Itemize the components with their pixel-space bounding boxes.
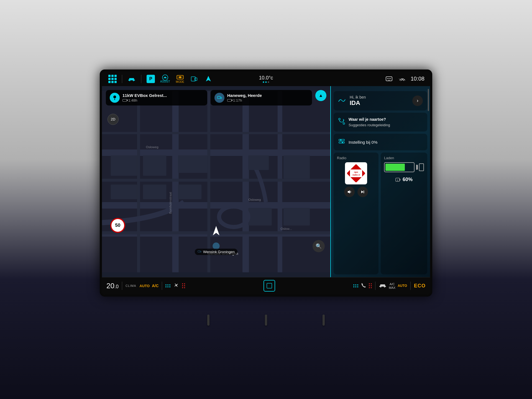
home-button[interactable] xyxy=(264,280,275,292)
assist-button[interactable]: ASSIST xyxy=(160,74,170,83)
battery-percent-text: 60% xyxy=(403,177,413,182)
ida-left: Hi, ik ben IDA xyxy=(338,95,366,107)
svg-point-1 xyxy=(133,80,134,81)
temp-value: 10.0 xyxy=(259,75,268,81)
car-surround: P ASSIST xyxy=(0,0,532,399)
location-text: Wensink Groningen xyxy=(203,250,235,254)
physical-button-3[interactable] xyxy=(323,315,325,326)
svg-rect-59 xyxy=(400,179,400,181)
top-bar: P ASSIST xyxy=(102,72,430,86)
map-2d-label: 2D xyxy=(111,117,116,121)
svg-rect-44 xyxy=(198,251,200,252)
svg-text:Osloweg: Osloweg xyxy=(146,145,158,148)
temp-unit: °c xyxy=(268,75,273,81)
radio-logo: npo radio 2 xyxy=(345,162,367,184)
message-button[interactable] xyxy=(384,74,394,84)
laden-panel[interactable]: Laden xyxy=(381,153,427,274)
svg-point-9 xyxy=(388,78,389,79)
menu-dots-left[interactable] xyxy=(165,284,170,287)
eco-label: ECO xyxy=(414,283,426,289)
svg-text:radio 2: radio 2 xyxy=(352,174,360,176)
nav-card-2-title: Haneweg, Heerde xyxy=(227,93,262,98)
seat-heat-button[interactable] xyxy=(182,283,185,288)
location-label: Wensink Groningen xyxy=(195,249,237,255)
radio-controls xyxy=(344,187,368,197)
settings-text: Instelling bij 0% xyxy=(349,140,377,145)
divider-2 xyxy=(141,75,141,83)
phone-mirror-button[interactable] xyxy=(189,74,199,84)
svg-rect-51 xyxy=(342,142,343,143)
home-area xyxy=(187,280,351,292)
nav-card-2[interactable]: Haneweg, Heerde 1:17h xyxy=(211,90,312,105)
nav-cards: 11kW EVBox Gelrest... 1:48h xyxy=(106,90,326,105)
map-2d-button[interactable]: 2D xyxy=(108,114,119,125)
ac-max-label: A/C xyxy=(390,282,395,286)
svg-point-63 xyxy=(384,286,385,287)
top-bar-left: P ASSIST xyxy=(108,74,213,84)
volume-button[interactable] xyxy=(344,187,355,197)
car-status-right-button[interactable] xyxy=(379,283,387,289)
svg-rect-23 xyxy=(102,132,330,134)
radio-title: Radio xyxy=(337,156,346,160)
car-status-button[interactable] xyxy=(127,74,137,84)
battery-body xyxy=(384,162,415,172)
route-icon xyxy=(338,118,345,127)
svg-rect-28 xyxy=(143,184,167,199)
nav-next-button[interactable]: ▲ xyxy=(315,90,326,101)
svg-rect-25 xyxy=(143,155,167,176)
svg-rect-30 xyxy=(248,155,269,170)
svg-point-62 xyxy=(380,286,382,287)
nav-card-1[interactable]: 11kW EVBox Gelrest... 1:48h xyxy=(106,90,207,105)
seat-heat-right-button[interactable] xyxy=(369,283,372,288)
battery-icon-2 xyxy=(227,99,232,102)
parking-button[interactable]: P xyxy=(146,74,156,84)
screen: P ASSIST xyxy=(102,72,430,294)
settings-card[interactable]: Instelling bij 0% xyxy=(334,134,427,150)
battery-percent-display: 60% xyxy=(395,177,413,182)
temperature-display: 10.0°c xyxy=(259,75,273,83)
top-bar-right: 10:08 xyxy=(384,74,424,84)
battery-fill xyxy=(385,164,405,171)
ac-button[interactable]: A/C xyxy=(152,284,158,288)
svg-point-3 xyxy=(164,77,166,78)
physical-buttons xyxy=(141,313,391,327)
main-content: Osloweg Osloweg Oslow... Bornholmstraat … xyxy=(102,86,430,277)
divider-1 xyxy=(122,75,122,83)
temp-big: 20.0 xyxy=(106,282,119,290)
settings-icon xyxy=(338,138,345,146)
navigation-button[interactable] xyxy=(203,74,213,84)
battery-segment xyxy=(419,163,424,171)
svg-rect-49 xyxy=(340,139,341,141)
map-area[interactable]: Osloweg Osloweg Oslow... Bornholmstraat … xyxy=(102,86,330,277)
connectivity-button[interactable] xyxy=(397,74,407,84)
ida-arrow-button[interactable]: › xyxy=(412,96,423,106)
ida-card[interactable]: Hi, ik ben IDA › xyxy=(334,91,427,110)
svg-rect-42 xyxy=(218,96,220,99)
physical-button-2[interactable] xyxy=(265,315,267,326)
svg-rect-29 xyxy=(178,184,202,199)
physical-button-1[interactable] xyxy=(207,315,209,326)
assist-label: ASSIST xyxy=(160,80,170,83)
menu-dots-right[interactable] xyxy=(353,284,358,287)
svg-point-0 xyxy=(129,80,131,81)
nav-card-2-text: Haneweg, Heerde 1:17h xyxy=(227,93,262,102)
svg-text:npo: npo xyxy=(354,171,358,173)
radio-panel[interactable]: Radio npo xyxy=(334,153,378,274)
svg-rect-43 xyxy=(220,97,222,99)
svg-rect-27 xyxy=(111,184,137,199)
battery-visual xyxy=(384,162,424,172)
nav-card-1-sub: 1:48h xyxy=(122,98,167,102)
svg-rect-50 xyxy=(339,142,344,143)
svg-text:Bornholmstraat: Bornholmstraat xyxy=(168,192,172,213)
temperature-control: 20.0 xyxy=(106,282,119,290)
fan-button[interactable] xyxy=(173,282,180,290)
bottom-divider-1 xyxy=(122,282,122,290)
map-search-button[interactable]: 🔍 xyxy=(313,240,325,252)
route-suggestion-card[interactable]: Waar wil je naartoe? Suggesties routegel… xyxy=(334,113,427,132)
bottom-panels: Radio npo xyxy=(334,153,427,274)
call-button[interactable] xyxy=(360,282,367,290)
apps-button[interactable] xyxy=(108,74,117,84)
ida-wave-icon xyxy=(338,97,346,104)
skip-button[interactable] xyxy=(357,187,368,197)
mode-button[interactable]: MODE xyxy=(176,74,185,83)
